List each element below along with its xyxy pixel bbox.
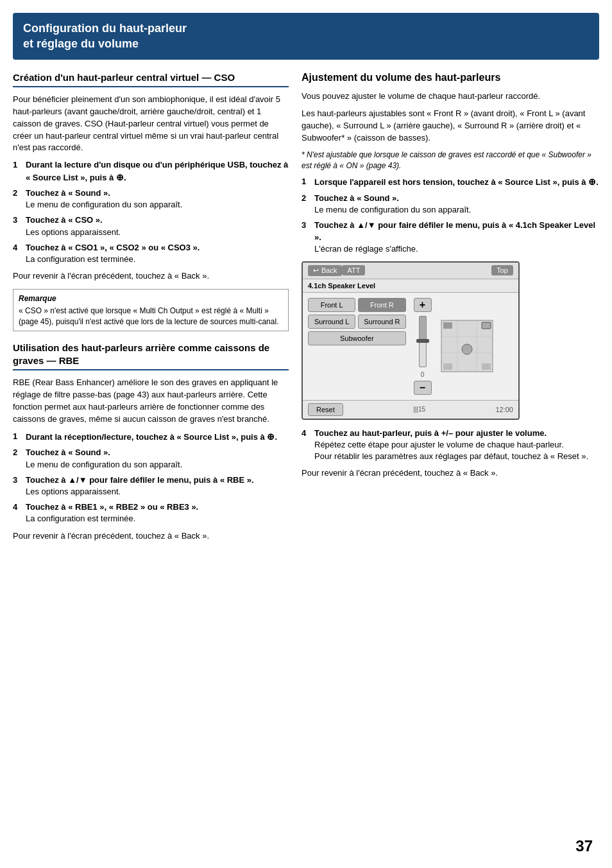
rbe-step-1-title: Durant la réception/lecture, touchez à «… [26,432,277,442]
header-box: Configuration du haut-parleur et réglage… [13,13,599,60]
rbe-step-2: 2 Touchez à « Sound ». Le menu de config… [13,447,289,470]
att-button-label: ATT [347,266,360,274]
volume-plus-button[interactable]: + [414,298,432,312]
cso-step-4-num: 4 [13,242,22,265]
section-cso: Création d'un haut-parleur central virtu… [13,71,289,332]
cso-steps-list: 1 Durant la lecture d'un disque ou d'un … [13,159,289,265]
cso-step-3-num: 3 [13,214,22,238]
speaker-buttons-grid: Front L Front R Surround L Surround R Su… [308,298,406,345]
cso-step-4-content: Touchez à « CSO1 », « CSO2 » ou « CSO3 »… [26,242,200,265]
right-step-3-num: 3 [302,220,310,255]
cso-remark-title: Remarque [19,293,283,304]
right-column: Ajustement du volume des haut-parleurs V… [302,71,599,855]
right-steps-list: 1 Lorsque l'appareil est hors tension, t… [302,176,599,255]
speaker-diagram [438,298,496,395]
cso-step-1: 1 Durant la lecture d'un disque ou d'un … [13,159,289,184]
cso-step-4-title: Touchez à « CSO1 », « CSO2 » ou « CSO3 »… [26,243,200,252]
cso-step-2: 2 Touchez à « Sound ». Le menu de config… [13,187,289,211]
speaker-ui-section-label: 4.1ch Speaker Level [303,279,518,293]
cso-step-1-title: Durant la lecture d'un disque ou d'un pé… [26,160,288,182]
section-cso-title: Création d'un haut-parleur central virtu… [13,71,289,88]
rbe-step-2-title: Touchez à « Sound ». [26,447,110,457]
page-number: 37 [575,837,593,855]
rbe-step-3-num: 3 [13,474,22,498]
right-step-3-content: Touchez à ▲/▼ pour faire défiler le menu… [314,220,599,255]
speaker-ui-bottombar: Reset |||15 12:00 [303,400,518,419]
speaker-ui-topbar: ↩ Back ATT Top [303,263,518,279]
section-rbe: Utilisation des haut-parleurs arrière co… [13,342,289,542]
cso-step-4-sub: La configuration est terminée. [26,254,135,264]
right-step-1-content: Lorsque l'appareil est hors tension, tou… [314,176,599,189]
right-intro1: Vous pouvez ajuster le volume de chaque … [302,91,599,103]
right-step-1-title: Lorsque l'appareil est hors tension, tou… [314,177,599,187]
signal-bars: |||15 [413,406,425,413]
rbe-step-4-num: 4 [13,501,22,525]
cso-step-3-sub: Les options apparaissent. [26,227,121,237]
header-title-line2: et réglage du volume [23,36,589,51]
rbe-step-4-title: Touchez à « RBE1 », « RBE2 » ou « RBE3 »… [26,502,198,512]
right-step-2: 2 Touchez à « Sound ». Le menu de config… [302,193,599,216]
volume-slider[interactable] [419,316,427,367]
right-step-4: 4 Touchez au haut-parleur, puis à +/– po… [302,428,599,463]
rbe-step-2-num: 2 [13,447,22,470]
section-rbe-title: Utilisation des haut-parleurs arrière co… [13,342,289,370]
right-intro2: Les haut-parleurs ajustables sont « Fron… [302,108,599,144]
back-button-label: Back [321,266,337,274]
rbe-steps-list: 1 Durant la réception/lecture, touchez à… [13,431,289,525]
right-step-2-title: Touchez à « Sound ». [314,193,399,203]
cso-step-3: 3 Touchez à « CSO ». Les options apparai… [13,214,289,238]
cso-remark-text: « CSO » n'est activé que lorsque « Multi… [19,306,278,326]
svg-rect-3 [443,363,452,370]
right-step-2-content: Touchez à « Sound ». Le menu de configur… [314,193,471,216]
rbe-step-4: 4 Touchez à « RBE1 », « RBE2 » ou « RBE3… [13,501,289,525]
rbe-step-3-title: Touchez à ▲/▼ pour faire défiler le menu… [26,475,254,485]
right-step-1-num: 1 [302,176,310,189]
rbe-step-1: 1 Durant la réception/lecture, touchez à… [13,431,289,444]
volume-zero-label: 0 [421,371,425,378]
cso-remark: Remarque « CSO » n'est activé que lorsqu… [13,289,289,331]
rbe-step-4-content: Touchez à « RBE1 », « RBE2 » ou « RBE3 »… [26,501,198,525]
svg-rect-4 [482,363,491,370]
section-rbe-intro: RBE (Rear Bass Enhancer) améliore le son… [13,377,289,425]
right-step-3: 3 Touchez à ▲/▼ pour faire défiler le me… [302,220,599,255]
rbe-step-4-sub: La configuration est terminée. [26,514,135,523]
volume-minus-button[interactable]: − [414,381,432,395]
top-button[interactable]: Top [491,265,513,275]
section-cso-intro: Pour bénéficier pleinement d'un son ambi… [13,94,289,154]
reset-button[interactable]: Reset [308,403,343,416]
right-step-1: 1 Lorsque l'appareil est hors tension, t… [302,176,599,189]
right-step-4-num: 4 [302,428,310,463]
right-step-3-title: Touchez à ▲/▼ pour faire défiler le menu… [314,220,595,241]
svg-rect-1 [443,322,452,329]
surround-r-button[interactable]: Surround R [358,315,405,329]
time-display: 12:00 [495,406,513,413]
cso-step-3-title: Touchez à « CSO ». [26,215,103,225]
rbe-step-3: 3 Touchez à ▲/▼ pour faire défiler le me… [13,474,289,498]
volume-slider-area: + 0 − [414,298,432,395]
front-r-button[interactable]: Front R [358,298,405,312]
front-l-button[interactable]: Front L [308,298,355,312]
subwoofer-button[interactable]: Subwoofer [308,331,406,345]
back-button[interactable]: ↩ Back [308,265,342,276]
att-button[interactable]: ATT [342,265,365,275]
speaker-diagram-svg [438,317,496,375]
right-step-3-sub: L'écran de réglage s'affiche. [314,244,418,254]
left-column: Création d'un haut-parleur central virtu… [13,71,289,855]
svg-rect-2 [482,322,491,329]
rbe-back-note: Pour revenir à l'écran précédent, touche… [13,530,289,542]
back-arrow-icon: ↩ [313,266,319,275]
right-section-title: Ajustement du volume des haut-parleurs [302,71,599,85]
cso-step-3-content: Touchez à « CSO ». Les options apparaiss… [26,214,121,238]
header-title-line1: Configuration du haut-parleur [23,21,589,36]
right-footnote: * N'est ajustable que lorsque le caisson… [302,150,599,171]
rbe-step-2-content: Touchez à « Sound ». Le menu de configur… [26,447,182,470]
speaker-ui: ↩ Back ATT Top 4.1ch Speaker Level [302,261,520,420]
speaker-ui-main: Front L Front R Surround L Surround R Su… [303,293,518,400]
cso-step-1-num: 1 [13,159,22,184]
cso-step-2-title: Touchez à « Sound ». [26,188,110,198]
surround-l-button[interactable]: Surround L [308,315,355,329]
right-step-4-sub: Répétez cette étape pour ajuster le volu… [314,440,588,461]
top-button-label: Top [497,266,508,274]
rbe-step-1-content: Durant la réception/lecture, touchez à «… [26,431,277,444]
cso-step-4: 4 Touchez à « CSO1 », « CSO2 » ou « CSO3… [13,242,289,265]
